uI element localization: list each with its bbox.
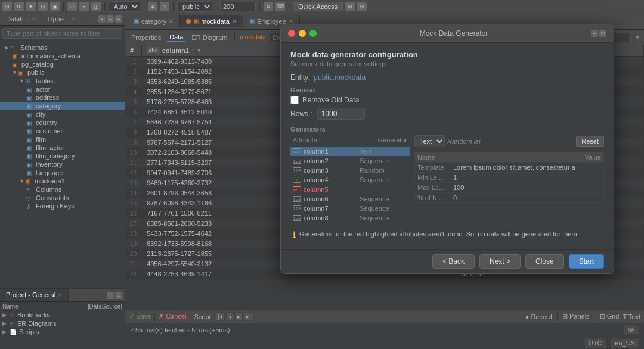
toolbar-icon-8[interactable]: ◫ <box>91 2 101 11</box>
gen-row-column3[interactable]: 123 column3 Random <box>290 166 410 175</box>
gen-row-column8[interactable]: 123 column8 Sequence <box>290 213 410 223</box>
quick-access-button[interactable]: Quick Access <box>293 2 343 11</box>
tree-item-columns[interactable]: ≡ Columns <box>0 185 125 194</box>
tree-item-tables[interactable]: ▼ ⊞ Tables <box>0 77 125 85</box>
gen-prop-maxlen: Max Le... 100 <box>415 182 603 192</box>
script-action-btn[interactable]: Script <box>194 313 210 320</box>
schema-select[interactable]: public <box>177 1 212 12</box>
project-tree-item-er[interactable]: ▶ ◎ ER Diagrams <box>0 319 125 328</box>
nav-prev-btn[interactable]: ◂ <box>226 312 234 321</box>
modal-footer: < Back Next > Close Start <box>281 249 614 273</box>
left-panel-icon-3[interactable]: ≡ <box>115 15 122 23</box>
tree-item-customer[interactable]: ▣ customer <box>0 127 125 135</box>
left-panel-icon-1[interactable]: + <box>98 15 106 23</box>
tree-item-schemas[interactable]: ▶ ≡ Schemas <box>0 43 125 52</box>
nav-next-btn[interactable]: ▸ <box>235 312 243 321</box>
toolbar-icon-1[interactable]: ⊞ <box>2 2 12 11</box>
toolbar-icon-12[interactable]: ⌨ <box>275 2 285 11</box>
gen-row-column5[interactable]: abc column5 <box>290 185 410 194</box>
tree-item-country[interactable]: ▣ country <box>0 119 125 127</box>
modal-titlebar: Mock Data Generator − □ <box>281 24 614 43</box>
close-mockdata-icon[interactable]: ✕ <box>232 18 237 24</box>
toolbar-icon-6[interactable]: □ <box>67 2 77 11</box>
close-button[interactable]: Close <box>525 254 564 269</box>
panels-btn[interactable]: ⊞ Panels <box>562 313 590 320</box>
record-btn[interactable]: ● Record <box>525 313 552 320</box>
modal-title: Mock Data Generator <box>317 29 591 38</box>
gen-row-column6[interactable]: 123 column6 Sequence <box>290 194 410 204</box>
er-diagram-btn[interactable]: ER Diagram <box>189 33 230 42</box>
nav-first-btn[interactable]: |◂ <box>216 312 225 321</box>
tree-item-inventory[interactable]: ▣ inventory <box>0 160 125 169</box>
next-button[interactable]: Next > <box>479 254 521 269</box>
reset-btn[interactable]: Reset <box>576 136 604 147</box>
project-icon-1[interactable]: − <box>107 292 114 299</box>
mock-data-generator-modal[interactable]: Mock Data Generator − □ Mock data genera… <box>280 24 614 274</box>
tree-item-film-actor[interactable]: ▣ film_actor <box>0 144 125 152</box>
remove-old-data-checkbox[interactable] <box>290 96 299 104</box>
toolbar-icon-9[interactable]: ◈ <box>148 2 157 11</box>
nav-last-btn[interactable]: ▸| <box>244 312 253 321</box>
row-number-cell: 8 <box>125 127 142 138</box>
close-category-icon[interactable]: ✕ <box>169 18 174 24</box>
tree-item-film[interactable]: ▣ film <box>0 135 125 144</box>
rows-input[interactable] <box>317 108 365 120</box>
text-btn[interactable]: T Text <box>623 313 640 320</box>
project-tab-general[interactable]: Project - General ✕ <box>0 289 69 301</box>
project-tree-item-scripts[interactable]: ▶ 📄 Scripts <box>0 328 125 336</box>
toolbar-icon-3[interactable]: ✦ <box>26 2 36 11</box>
tree-item-film-category[interactable]: ▣ film_category <box>0 152 125 160</box>
data-tab-btn[interactable]: Data <box>167 33 185 42</box>
toolbar-icon-11[interactable]: ⚙ <box>264 2 273 11</box>
toolbar-icon-4[interactable]: ⊡ <box>38 2 48 11</box>
tree-item-mockada1[interactable]: ▼ ▣ mockada1 <box>0 177 125 185</box>
left-panel-icon-2[interactable]: − <box>107 15 114 23</box>
modal-icon-2[interactable]: □ <box>599 30 606 37</box>
project-tree-item-bookmarks[interactable]: ▶ ☆ Bookmarks <box>0 311 125 319</box>
toolbar-icon-13[interactable]: ⊞ <box>345 2 355 11</box>
back-button[interactable]: < Back <box>432 254 475 269</box>
tree-item-language[interactable]: ▣ language <box>0 169 125 177</box>
gen-row-column1[interactable]: abc column1 Text <box>290 147 410 156</box>
left-tab-database[interactable]: Datab... ✕ <box>0 13 42 25</box>
remove-old-data-label: Remove Old Data <box>302 96 359 104</box>
tree-item-public[interactable]: ▼ ▣ public <box>0 68 125 77</box>
tab-mockdata[interactable]: ▣ mockdata ✕ <box>180 15 243 27</box>
gen-row-column4[interactable]: ✓ column4 Sequence <box>290 175 410 185</box>
tree-item-actor[interactable]: ▣ actor <box>0 85 125 94</box>
grid-btn[interactable]: ⊡ Grid <box>600 313 620 320</box>
zoom-input[interactable]: 200 <box>220 2 256 11</box>
tree-item-foreign-keys[interactable]: ⚷ Foreign Keys <box>0 202 125 210</box>
auto-select[interactable]: Auto <box>109 1 140 12</box>
start-button[interactable]: Start <box>569 254 604 269</box>
tree-item-city[interactable]: ▣ city <box>0 110 125 119</box>
toolbar-icon-14[interactable]: ⚙ <box>357 2 367 11</box>
gen-row-column2[interactable]: 123 column2 Sequence <box>290 156 410 166</box>
save-action-btn[interactable]: ✓ Save <box>129 313 151 320</box>
project-icon-2[interactable]: □ <box>115 292 122 299</box>
toolbar-icon-10[interactable]: ▷ <box>160 2 169 11</box>
close-traffic-light[interactable] <box>288 30 295 37</box>
tree-item-constraints[interactable]: ◇ Constraints <box>0 194 125 202</box>
properties-tab-btn[interactable]: Properties <box>129 33 163 42</box>
tree-item-category[interactable]: ▣ category <box>0 102 125 110</box>
minimize-traffic-light[interactable] <box>299 30 306 37</box>
maximize-traffic-light[interactable] <box>309 30 317 37</box>
tree-item-address[interactable]: ▣ address <box>0 94 125 102</box>
cancel-action-btn[interactable]: ✗ Cancel <box>159 313 186 320</box>
row-number-cell: 11 <box>125 158 142 168</box>
utc-chip: UTC <box>584 338 606 348</box>
modal-icon-1[interactable]: − <box>591 30 598 37</box>
row-number-cell: 5 <box>125 97 142 107</box>
toolbar-icon-7[interactable]: ▪ <box>79 2 89 11</box>
left-tab-project[interactable]: Прое... ✕ <box>42 13 82 25</box>
gen-type-select[interactable]: Text <box>414 135 445 147</box>
toolbar-icon-5[interactable]: ▣ <box>50 2 60 11</box>
tab-category[interactable]: ▣ category ✕ <box>128 15 180 27</box>
object-filter-input[interactable] <box>2 28 122 39</box>
tree-item-information-schema[interactable]: ▣ information_schema <box>0 52 125 60</box>
tree-item-pg-catalog[interactable]: ▣ pg_catalog <box>0 60 125 68</box>
filter-icon[interactable]: ▼ <box>634 34 640 40</box>
toolbar-icon-2[interactable]: ↺ <box>14 2 24 11</box>
gen-row-column7[interactable]: 123 column7 Sequence <box>290 204 410 213</box>
